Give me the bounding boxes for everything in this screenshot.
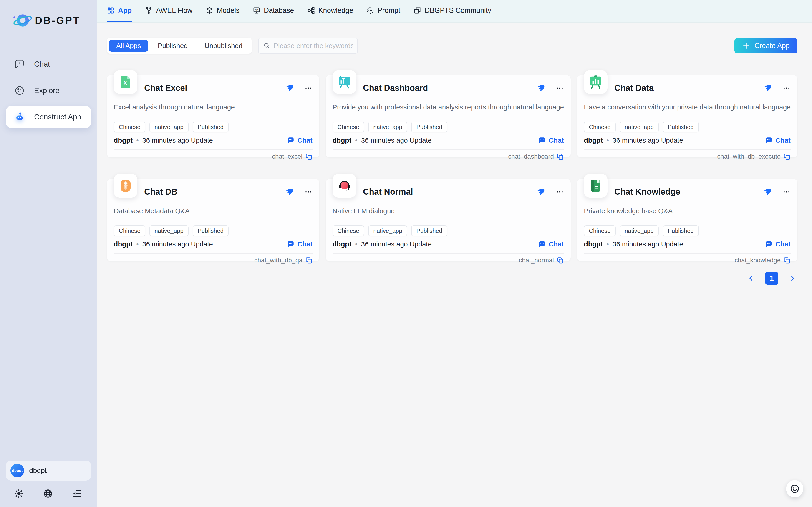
copy-icon[interactable]	[783, 257, 791, 264]
more-options-icon[interactable]	[783, 188, 791, 196]
chat-button[interactable]: Chat	[287, 240, 313, 248]
app-card-chat-data[interactable]: Chat Data Have a conversation with your …	[577, 75, 798, 158]
tab-app[interactable]: App	[107, 0, 132, 22]
app-card-chat-excel[interactable]: X Chat Excel Excel analysis through natu…	[107, 75, 319, 158]
chat-bubble-filled-icon	[765, 240, 773, 248]
search-icon	[263, 42, 270, 49]
app-icon-tile	[332, 70, 356, 94]
copy-icon[interactable]	[305, 257, 313, 264]
copy-icon[interactable]	[557, 153, 564, 160]
chat-button[interactable]: Chat	[538, 136, 564, 144]
dashboard-presentation-icon	[337, 74, 352, 90]
pagination-next-button[interactable]	[788, 273, 798, 283]
sidebar-item-label: Explore	[34, 86, 60, 95]
dingtalk-share-icon[interactable]	[536, 187, 545, 196]
copy-icon[interactable]	[557, 257, 564, 264]
app-card-chat-knowledge[interactable]: Chat Knowledge Private knowledge base Q&…	[577, 179, 798, 261]
tag: Published	[193, 121, 229, 132]
excel-file-icon: X	[118, 74, 133, 90]
chevron-right-icon	[789, 274, 796, 282]
copy-icon[interactable]	[305, 153, 313, 160]
prompt-circle-icon	[366, 7, 374, 14]
smiley-icon	[790, 484, 800, 494]
avatar: dbgpt	[10, 464, 24, 477]
sql-monitor-icon: SQL	[253, 7, 260, 14]
app-grid-icon	[107, 7, 115, 14]
sidebar-footer	[0, 489, 97, 499]
community-squares-icon	[414, 7, 421, 14]
filter-all-apps[interactable]: All Apps	[109, 40, 148, 52]
dingtalk-share-icon[interactable]	[285, 83, 294, 93]
app-description: Native LLM dialogue	[332, 207, 564, 215]
tag-list: Chinese native_app Published	[332, 225, 564, 236]
app-title: Chat Normal	[363, 187, 413, 196]
meta-separator: •	[136, 136, 139, 144]
tag: Chinese	[114, 121, 145, 132]
chat-button[interactable]: Chat	[287, 136, 313, 144]
dingtalk-share-icon[interactable]	[763, 187, 772, 196]
language-button[interactable]	[43, 489, 54, 499]
app-card-chat-normal[interactable]: Chat Normal Native LLM dialogue Chinese …	[326, 179, 571, 261]
owner-name: dbgpt	[332, 136, 352, 144]
tab-label: Prompt	[378, 6, 400, 14]
chat-button[interactable]: Chat	[765, 240, 791, 248]
tab-label: Database	[264, 6, 294, 14]
collapse-sidebar-button[interactable]	[72, 489, 83, 499]
tab-dbgpts-community[interactable]: DBGPTS Community	[414, 0, 491, 22]
sidebar: DB-GPT Chat Explore	[0, 0, 97, 507]
more-options-icon[interactable]	[304, 188, 313, 196]
copy-icon[interactable]	[783, 153, 791, 160]
updated-time: 36 minutes ago Update	[142, 240, 213, 248]
more-options-icon[interactable]	[783, 84, 791, 92]
pagination-prev-button[interactable]	[746, 273, 756, 283]
tab-database[interactable]: SQL Database	[253, 0, 294, 22]
headset-icon	[337, 178, 352, 193]
tag: native_app	[620, 121, 659, 132]
filter-published[interactable]: Published	[150, 40, 195, 52]
tab-label: App	[118, 6, 132, 14]
card-divider	[114, 149, 313, 150]
sidebar-item-construct-app[interactable]: Construct App	[6, 106, 91, 128]
app-title: Chat Data	[614, 83, 654, 93]
tab-knowledge[interactable]: Knowledge	[307, 0, 353, 22]
tag-list: Chinese native_app Published	[584, 225, 791, 236]
sidebar-nav: Chat Explore Construct App	[0, 53, 97, 128]
user-card[interactable]: dbgpt dbgpt	[6, 461, 91, 481]
more-options-icon[interactable]	[556, 84, 564, 92]
tab-awel-flow[interactable]: AWEL Flow	[145, 0, 192, 22]
dingtalk-share-icon[interactable]	[536, 83, 545, 93]
tab-prompt[interactable]: Prompt	[366, 0, 400, 22]
tag: Chinese	[584, 225, 616, 236]
chevron-left-icon	[747, 274, 755, 282]
chat-button[interactable]: Chat	[538, 240, 564, 248]
card-divider	[114, 253, 313, 253]
create-app-label: Create App	[754, 42, 790, 50]
app-card-chat-dashboard[interactable]: Chat Dashboard Provide you with professi…	[326, 75, 571, 158]
more-options-icon[interactable]	[556, 188, 564, 196]
app-title: Chat Dashboard	[363, 83, 428, 93]
tag: Chinese	[114, 225, 145, 236]
dingtalk-share-icon[interactable]	[763, 83, 772, 93]
app-icon-tile: X	[114, 70, 137, 94]
dingtalk-share-icon[interactable]	[285, 187, 294, 196]
theme-toggle-button[interactable]	[14, 489, 24, 499]
user-name: dbgpt	[29, 466, 47, 475]
more-options-icon[interactable]	[304, 84, 313, 92]
tag: Chinese	[332, 225, 364, 236]
chat-button[interactable]: Chat	[765, 136, 791, 144]
tag: native_app	[149, 121, 188, 132]
search-input[interactable]	[273, 42, 353, 50]
card-divider	[584, 149, 791, 150]
create-app-button[interactable]: Create App	[735, 38, 798, 53]
tab-models[interactable]: Models	[206, 0, 240, 22]
app-title: Chat Excel	[144, 83, 187, 93]
svg-text:SQL: SQL	[254, 9, 259, 11]
feedback-fab-button[interactable]	[786, 480, 803, 497]
pagination-page-1[interactable]: 1	[765, 272, 778, 285]
meta-separator: •	[136, 240, 139, 248]
sidebar-item-explore[interactable]: Explore	[6, 79, 91, 102]
app-card-chat-db[interactable]: Chat DB Database Metadata Q&A Chinese na…	[107, 179, 319, 261]
sidebar-item-chat[interactable]: Chat	[6, 53, 91, 75]
tag: Published	[663, 225, 699, 236]
filter-unpublished[interactable]: Unpublished	[197, 40, 250, 52]
